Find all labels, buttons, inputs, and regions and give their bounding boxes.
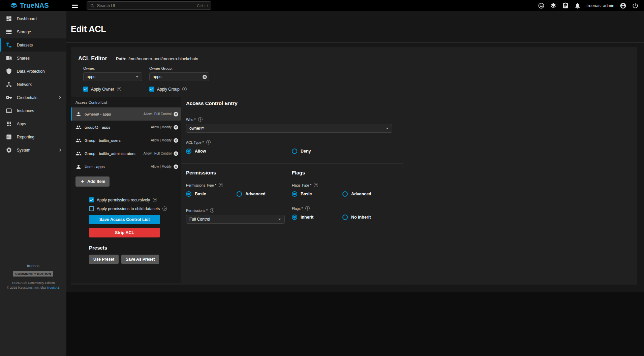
copyright-brand-link[interactable]: TrueNAS [47,286,60,289]
plus-icon [80,179,85,184]
who-select[interactable]: owner@ [186,124,392,133]
sidebar-item-data-protection[interactable]: Data Protection [0,65,66,78]
sidenav-toggle-button[interactable] [72,3,79,9]
search-input[interactable] [97,3,194,8]
shield-icon [6,68,12,74]
radio-label: No Inherit [351,215,371,220]
acl-entry[interactable]: group@ - apps Allow | Modify [71,121,181,134]
use-preset-button[interactable]: Use Preset [89,255,119,264]
shares-folder-icon [6,55,12,61]
acl-entry-name: Group - builtin_users [85,138,121,142]
power-icon[interactable] [632,2,639,9]
radio-inherit[interactable]: Inherit [292,215,342,220]
copyright-text: © 2025 iXsystems, Inc. dba TrueNAS [0,286,66,289]
radio-allow[interactable]: Allow [186,149,292,154]
sidebar-item-label: System [17,148,30,153]
acl-entry[interactable]: Group - builtin_users Allow | Modify [71,134,181,147]
recursive-label: Apply permissions recursively [97,198,150,202]
radio-permissions-advanced[interactable]: Advanced [237,191,292,197]
apply-group-row: Apply Group ? [149,87,209,92]
apply-owner-checkbox[interactable] [83,87,88,92]
child-datasets-checkbox[interactable] [89,206,94,211]
sidebar-item-shares[interactable]: Shares [0,52,66,65]
chevron-down-icon [277,216,283,222]
remove-entry-icon[interactable] [173,138,179,143]
user-icon [75,164,82,170]
chevron-down-icon [134,74,140,80]
global-search[interactable]: Ctrl + / [87,1,211,10]
recursive-checkbox[interactable] [89,197,94,202]
sidebar-item-network[interactable]: Network [0,78,66,91]
help-icon[interactable]: ? [198,117,203,122]
sidebar-item-datasets[interactable]: Datasets [0,38,66,52]
clear-icon[interactable] [202,74,207,79]
sidebar-item-dashboard[interactable]: Dashboard [0,12,66,25]
chevron-right-icon [57,147,63,153]
sidebar-item-storage[interactable]: Storage [0,25,66,38]
datasets-tree-icon [6,42,12,48]
save-acl-button[interactable]: Save Access Control List [89,215,160,224]
key-icon [6,94,12,101]
owner-group-input[interactable] [153,74,202,79]
topbar-actions: truenas_admin [538,2,644,9]
sidebar-item-label: Data Protection [17,69,45,74]
sidebar-item-instances[interactable]: Instances [0,104,66,117]
help-icon[interactable]: ? [305,206,310,211]
acl-entry[interactable]: Group - builtin_administrators Allow | F… [71,147,181,160]
permissions-type-label-row: Permissions Type * ? [186,183,292,187]
flags-heading: Flags [292,170,403,175]
help-icon[interactable]: ? [314,183,318,187]
sidebar-item-credentials[interactable]: Credentials [0,91,66,104]
permissions-select[interactable]: Full Control [186,215,285,224]
help-icon[interactable]: ? [117,87,121,91]
jobs-layers-icon[interactable] [550,2,557,9]
permissions-type-radio-group: Basic Advanced [186,191,292,197]
help-icon[interactable]: ? [153,198,157,202]
radio-flags-basic[interactable]: Basic [292,191,342,197]
logged-in-username: truenas_admin [586,3,614,8]
sidebar-item-system[interactable]: System [0,143,66,157]
radio-label: Inherit [301,215,313,220]
remove-entry-icon[interactable] [173,111,179,117]
chevron-down-icon [384,125,390,131]
add-item-button[interactable]: Add Item [75,176,110,187]
radio-flags-advanced[interactable]: Advanced [342,191,403,197]
dataset-path: Path:/mnt/monero-pool/monero-blockchain [116,57,198,61]
apply-group-checkbox[interactable] [149,87,154,92]
acl-entry-permission: Allow | Modify [151,138,172,142]
sidebar-item-apps[interactable]: Apps [0,117,66,130]
sidebar-item-label: Credentials [17,95,37,100]
alerts-bell-icon[interactable] [574,2,581,9]
help-icon[interactable]: ? [206,140,211,144]
owner-select[interactable]: apps [83,72,142,81]
remove-entry-icon[interactable] [173,164,179,169]
radio-permissions-basic[interactable]: Basic [186,191,237,197]
feedback-smiley-icon[interactable] [538,2,545,9]
truenas-brand[interactable]: TrueNAS [0,2,66,9]
network-hub-icon [6,81,12,88]
radio-deny[interactable]: Deny [292,149,403,154]
radio-no-inherit[interactable]: No Inherit [342,215,403,220]
strip-acl-button[interactable]: Strip ACL [89,228,160,237]
sidebar-item-reporting[interactable]: Reporting [0,130,66,143]
acl-entry[interactable]: owner@ - apps Allow | Full Control [71,107,181,121]
remove-entry-icon[interactable] [173,125,179,130]
sidebar-item-label: Apps [17,122,26,126]
preset-buttons: Use Preset Save As Preset [89,255,163,264]
who-select-value: owner@ [189,126,205,131]
tasks-clipboard-icon[interactable] [562,2,569,9]
acl-entry[interactable]: User - apps Allow | Modify [71,160,181,173]
help-icon[interactable]: ? [210,208,214,213]
save-as-preset-button[interactable]: Save As Preset [121,255,159,264]
remove-entry-icon[interactable] [173,151,179,156]
help-icon[interactable]: ? [182,87,187,91]
community-edition-badge: COMMUNITY EDITION [13,271,53,277]
apps-grid-icon [6,121,12,127]
owner-label: Owner: [83,66,142,70]
radio-label: Advanced [351,192,371,196]
help-icon[interactable]: ? [162,206,167,211]
help-icon[interactable]: ? [219,183,223,187]
gear-icon [6,147,12,153]
truenas-logo-icon [10,2,18,9]
account-circle-icon[interactable] [620,2,626,9]
